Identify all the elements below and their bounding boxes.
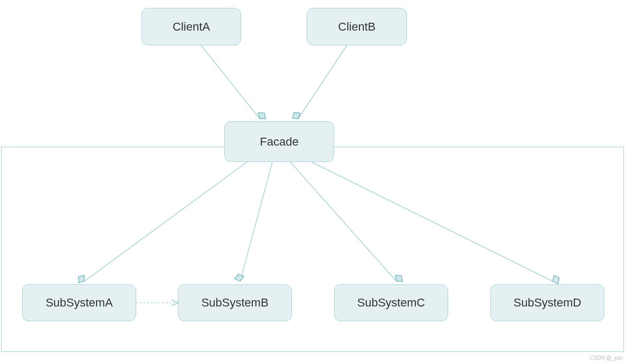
node-label: Facade bbox=[260, 135, 298, 149]
node-client-a: ClientA bbox=[141, 8, 241, 45]
node-client-b: ClientB bbox=[307, 8, 407, 45]
node-label: SubSystemA bbox=[45, 296, 112, 310]
edge-clienta-facade bbox=[201, 45, 260, 119]
node-subsystem-c: SubSystemC bbox=[334, 284, 448, 321]
node-label: SubSystemC bbox=[357, 296, 425, 310]
node-subsystem-d: SubSystemD bbox=[490, 284, 604, 321]
node-subsystem-a: SubSystemA bbox=[22, 284, 136, 321]
node-subsystem-b: SubSystemB bbox=[178, 284, 292, 321]
node-facade: Facade bbox=[224, 121, 334, 162]
aggregation-diamond-icon bbox=[256, 110, 268, 121]
node-label: ClientB bbox=[338, 20, 376, 34]
edge-clientb-facade bbox=[298, 45, 347, 119]
node-label: SubSystemD bbox=[514, 296, 581, 310]
aggregation-diamond-icon bbox=[290, 110, 302, 121]
node-label: SubSystemB bbox=[201, 296, 268, 310]
node-label: ClientA bbox=[173, 20, 210, 34]
watermark: CSDN @_xan bbox=[590, 355, 623, 361]
